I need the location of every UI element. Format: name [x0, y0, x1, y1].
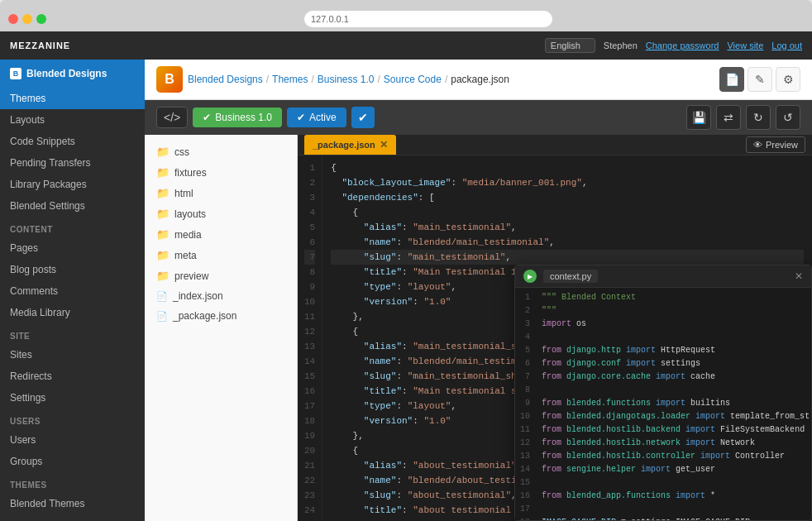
code-line: "alias": "main_testimonial",	[331, 220, 804, 235]
sidebar-item-blended-settings[interactable]: Blended Settings	[0, 195, 145, 217]
ctx-lines[interactable]: """ Blended Context """ import os from d…	[535, 288, 811, 520]
settings-icon-btn[interactable]: ⚙	[776, 67, 800, 92]
sidebar-item-library-packages[interactable]: Library Packages	[0, 174, 145, 195]
traffic-lights	[8, 14, 46, 24]
ctx-line: from blended.hostlib.backend import File…	[542, 423, 805, 437]
minimize-button[interactable]	[22, 14, 32, 24]
ctx-line: from blended.functions import builtins	[542, 397, 805, 410]
folder-icon: 📁	[156, 187, 170, 199]
breadcrumb: Blended Designs / Themes / Business 1.0 …	[188, 74, 509, 85]
folder-css[interactable]: 📁 css	[145, 141, 297, 162]
close-button[interactable]	[8, 14, 18, 24]
tab-label: _package.json	[313, 140, 375, 150]
checkmark-icon: ✔	[203, 112, 211, 123]
code-line: {	[331, 160, 804, 175]
breadcrumb-blended-designs[interactable]: Blended Designs	[188, 74, 263, 85]
address-text: 127.0.0.1	[311, 14, 349, 24]
folder-layouts[interactable]: 📁 layouts	[145, 203, 297, 224]
content-header: B Blended Designs / Themes / Business 1.…	[145, 60, 812, 100]
ctx-line	[542, 476, 805, 490]
sidebar-item-pages[interactable]: Pages	[0, 237, 145, 259]
folder-fixtures[interactable]: 📁 fixtures	[145, 162, 297, 183]
save-button[interactable]: 💾	[686, 105, 711, 130]
preview-label: Preview	[766, 140, 798, 150]
ctx-line	[542, 503, 805, 516]
folder-icon: 📁	[156, 208, 170, 220]
status-button[interactable]: ✔ Active	[287, 108, 346, 127]
sidebar-brand[interactable]: B Blended Designs	[0, 60, 145, 88]
sidebar-section-themes: Themes	[0, 472, 145, 493]
sidebar-item-layouts[interactable]: Layouts	[0, 109, 145, 131]
run-button[interactable]: ▶	[523, 270, 537, 283]
code-editor: _package.json ✕ 👁 Preview 12345 678910 1…	[298, 135, 812, 521]
sidebar-item-blended-designs[interactable]: Themes	[0, 88, 145, 109]
sidebar-item-media-library[interactable]: Media Library	[0, 302, 145, 323]
code-line: "block_layout_image": "media/banner_001.…	[331, 175, 804, 190]
files-icon-btn[interactable]: 📄	[719, 67, 744, 92]
redo-button[interactable]: ↺	[776, 105, 800, 130]
ctx-line: IMAGE_CACHE_DIR = settings.IMAGE_CACHE_D…	[542, 516, 805, 520]
ctx-line: from blended.hostlib.controller import C…	[542, 450, 805, 463]
sidebar-item-label: Library Packages	[10, 179, 87, 190]
sidebar-item-blended-themes[interactable]: Blended Themes	[0, 493, 145, 514]
folder-html[interactable]: 📁 html	[145, 183, 297, 203]
code-line: "name": "blended/main_testimonial",	[331, 235, 804, 250]
sidebar-item-code-snippets[interactable]: Code Snippets	[0, 131, 145, 152]
ctx-line: from blended_app.functions import *	[542, 490, 805, 503]
logout-link[interactable]: Log out	[771, 41, 802, 50]
ctx-line: from blended.djangotags.loader import te…	[542, 410, 805, 423]
package-json-tab[interactable]: _package.json ✕	[304, 135, 396, 155]
breadcrumb-current: package.json	[451, 74, 509, 85]
theme-name-button[interactable]: ✔ Business 1.0	[193, 108, 282, 127]
folder-media[interactable]: 📁 media	[145, 224, 297, 245]
breadcrumb-source-code[interactable]: Source Code	[384, 74, 442, 85]
header-actions: 📄 ✎ ⚙	[719, 67, 800, 92]
sidebar-item-label: Layouts	[10, 114, 45, 126]
preview-button[interactable]: 👁 Preview	[746, 136, 805, 153]
app-window: MEZZANINE English Stephen Change passwor…	[0, 31, 812, 521]
edit-icon-btn[interactable]: ✎	[748, 67, 772, 92]
eye-icon: 👁	[753, 140, 762, 150]
context-filename[interactable]: context.py	[543, 270, 598, 283]
context-close-icon[interactable]: ✕	[795, 270, 803, 282]
context-code: 12345 678910 1112131415 1617181920 2122 …	[515, 288, 811, 520]
ctx-line-numbers: 12345 678910 1112131415 1617181920 2122	[515, 288, 535, 520]
maximize-button[interactable]	[36, 14, 46, 24]
folder-meta[interactable]: 📁 meta	[145, 245, 297, 265]
undo-button[interactable]: ↻	[746, 105, 771, 130]
transfer-button[interactable]: ⇄	[716, 105, 741, 130]
file-package-json[interactable]: 📄 _package.json	[145, 306, 297, 326]
sidebar-item-redirects[interactable]: Redirects	[0, 366, 145, 387]
ctx-line: from django.conf import settings	[542, 357, 805, 370]
status-check-icon: ✔	[297, 112, 305, 123]
breadcrumb-business[interactable]: Business 1.0	[318, 74, 375, 85]
ctx-line: """	[542, 304, 805, 318]
sidebar-item-label: Code Snippets	[10, 136, 75, 147]
tab-close-icon[interactable]: ✕	[380, 139, 388, 151]
sidebar-item-groups[interactable]: Groups	[0, 451, 145, 472]
sidebar-item-settings[interactable]: Settings	[0, 387, 145, 409]
ctx-line	[542, 384, 805, 397]
sidebar-item-pending-transfers[interactable]: Pending Transfers	[0, 152, 145, 174]
sidebar-item-sites[interactable]: Sites	[0, 344, 145, 366]
breadcrumb-themes[interactable]: Themes	[272, 74, 308, 85]
status-action-button[interactable]: ✔	[351, 107, 375, 128]
folder-preview[interactable]: 📁 preview	[145, 265, 297, 286]
view-site-link[interactable]: View site	[727, 41, 763, 50]
sidebar-item-blog-posts[interactable]: Blog posts	[0, 259, 145, 280]
code-line: "slug": "main_testimonial",	[331, 250, 804, 265]
folder-icon: 📁	[156, 270, 170, 282]
sidebar-item-users[interactable]: Users	[0, 429, 145, 451]
file-index-json[interactable]: 📄 _index.json	[145, 286, 297, 306]
ctx-line: from django.core.cache import cache	[542, 370, 805, 384]
sidebar-item-comments[interactable]: Comments	[0, 280, 145, 302]
sidebar: B Blended Designs Themes Layouts Code Sn…	[0, 60, 145, 521]
code-view-button[interactable]: </>	[156, 107, 188, 128]
editor-area: 📁 css 📁 fixtures 📁 html 📁 layouts	[145, 135, 812, 521]
address-bar[interactable]: 127.0.0.1	[304, 11, 552, 27]
change-password-link[interactable]: Change password	[646, 41, 719, 50]
sidebar-item-label: Pending Transfers	[10, 157, 90, 169]
language-selector[interactable]: English	[545, 38, 595, 53]
sidebar-section-users: Users	[0, 409, 145, 429]
app-logo: MEZZANINE	[10, 41, 70, 50]
